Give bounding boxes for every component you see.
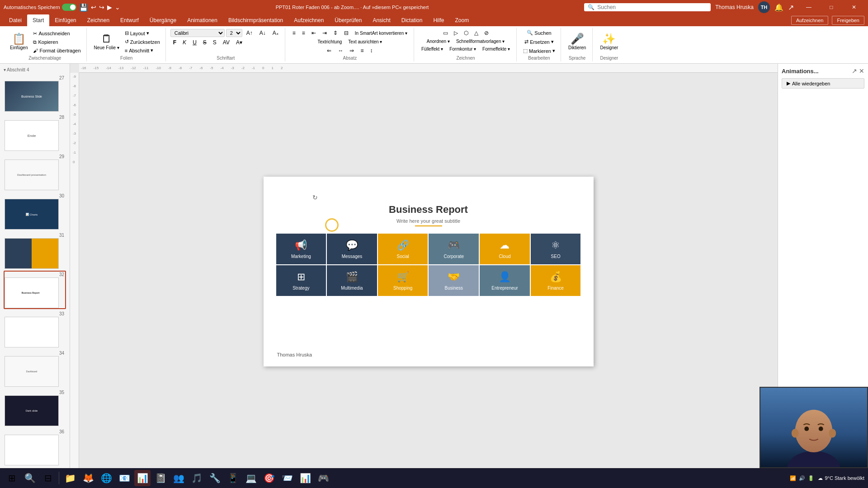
justify-btn[interactable]: ≡ bbox=[358, 47, 366, 55]
spacing-button[interactable]: AV bbox=[220, 38, 232, 47]
maximize-button[interactable]: □ bbox=[821, 0, 842, 14]
neue-folie-button[interactable]: 🗒 Neue Folie ▾ bbox=[91, 32, 122, 52]
toolbar-more-icon[interactable]: ⌄ bbox=[115, 4, 120, 11]
taskbar-app4[interactable]: 💻 bbox=[243, 470, 259, 486]
line-spacing-btn[interactable]: ↕ bbox=[367, 47, 375, 55]
taskbar-app3[interactable]: 📱 bbox=[225, 470, 241, 486]
suchen-button[interactable]: 🔍 Suchen bbox=[525, 29, 553, 37]
grid-item-social[interactable]: 🔗 Social bbox=[378, 234, 428, 264]
taskbar-outlook[interactable]: 📧 bbox=[116, 470, 132, 486]
autosave-toggle[interactable]: Automatisches Speichern bbox=[4, 4, 76, 11]
indent-increase-btn[interactable]: ⇥ bbox=[320, 29, 330, 37]
formkontur-btn[interactable]: Formkontur ▾ bbox=[447, 46, 479, 52]
italic-button[interactable]: K bbox=[180, 38, 189, 47]
einfuegen-button[interactable]: 📋 Einfügen bbox=[7, 32, 30, 52]
slide-thumb-33[interactable]: 33 bbox=[4, 310, 66, 348]
tab-entwurf[interactable]: Entwurf bbox=[115, 14, 144, 26]
tray-sound[interactable]: 🔊 bbox=[799, 475, 805, 481]
autosave-switch[interactable] bbox=[62, 4, 76, 11]
toolbar-undo-icon[interactable]: ↩ bbox=[91, 4, 96, 11]
align-center-btn[interactable]: ↔ bbox=[335, 47, 346, 55]
kopieren-button[interactable]: ⧉ Kopieren bbox=[31, 38, 82, 46]
abschnitt-button[interactable]: ≡ Abschnitt ▾ bbox=[123, 47, 162, 54]
taskbar-teams[interactable]: 👥 bbox=[170, 470, 187, 486]
font-increase-btn[interactable]: A↑ bbox=[244, 29, 255, 37]
panel-close-btn[interactable]: ✕ bbox=[859, 67, 864, 75]
font-family-select[interactable]: Calibri bbox=[170, 29, 225, 37]
toolbar-present-icon[interactable]: ▶ bbox=[107, 4, 112, 11]
taskbar-powerpoint[interactable]: 📊 bbox=[134, 470, 151, 486]
slide-thumb-36[interactable]: 36 bbox=[4, 428, 66, 466]
arrange-btn[interactable]: Anordnen ▾ bbox=[424, 38, 453, 45]
rotate-handle[interactable]: ↻ bbox=[312, 194, 318, 201]
schnellformat-btn[interactable]: Schnellformatvorlagen ▾ bbox=[453, 38, 507, 45]
tab-einfuegen[interactable]: Einfügen bbox=[49, 14, 81, 26]
toolbar-redo-icon[interactable]: ↪ bbox=[99, 4, 104, 11]
slide-thumb-35[interactable]: 35 Dark slide bbox=[4, 389, 66, 427]
slide-thumb-30[interactable]: 30 📊 Charts bbox=[4, 192, 66, 230]
taskbar-chrome[interactable]: 🌐 bbox=[98, 470, 114, 486]
taskbar-app5[interactable]: 🎯 bbox=[261, 470, 277, 486]
aufzeichnen-button[interactable]: Aufzeichnen bbox=[791, 16, 829, 25]
slide-thumb-34[interactable]: 34 Dashboard bbox=[4, 349, 66, 388]
user-avatar[interactable]: TH bbox=[758, 1, 770, 13]
search-input[interactable] bbox=[597, 4, 697, 10]
taskbar-excel[interactable]: 📊 bbox=[297, 470, 313, 486]
search-box[interactable]: 🔍 bbox=[584, 3, 711, 11]
grid-item-strategy[interactable]: ⊞ Strategy bbox=[276, 265, 326, 296]
slide-thumb-31[interactable]: 31 bbox=[4, 231, 66, 270]
tab-dictation[interactable]: Dictation bbox=[396, 14, 428, 26]
format-button[interactable]: 🖌 Format übertragen bbox=[31, 47, 82, 54]
tab-ueberpruefen[interactable]: Überprüfen bbox=[329, 14, 367, 26]
shape-btn-1[interactable]: ▭ bbox=[440, 29, 451, 37]
grid-item-finance[interactable]: 💰 Finance bbox=[531, 265, 581, 296]
diktieren-button[interactable]: 🎤 Diktieren bbox=[566, 32, 589, 52]
text-direction-btn[interactable]: ⇕ bbox=[330, 29, 340, 37]
grid-item-multimedia[interactable]: 🎬 Multimedia bbox=[327, 265, 377, 296]
tab-aufzeichnen[interactable]: Aufzeichnen bbox=[288, 14, 329, 26]
weather-widget[interactable]: ☁ 9°C Stark bewölkt bbox=[818, 475, 864, 481]
text-frame-btn[interactable]: Textrichtung bbox=[315, 38, 344, 45]
markieren-button[interactable]: ⬚ Markieren ▾ bbox=[521, 47, 557, 55]
tab-praesentation[interactable]: Bildschirmpräsentation bbox=[223, 14, 288, 26]
freigeben-button[interactable]: Freigeben bbox=[832, 16, 864, 25]
slide-thumb-27[interactable]: 27 Business Slide bbox=[4, 74, 66, 113]
tab-animationen[interactable]: Animationen bbox=[182, 14, 223, 26]
taskbar-app7[interactable]: 🎮 bbox=[315, 470, 331, 486]
slide-thumb-29[interactable]: 29 Dashboard presentation bbox=[4, 153, 66, 191]
slide-title[interactable]: Business Report bbox=[264, 204, 594, 216]
underline-button[interactable]: U bbox=[190, 38, 199, 47]
tab-start[interactable]: Start bbox=[27, 14, 49, 26]
collapse-icon[interactable]: ▾ bbox=[4, 67, 6, 72]
grid-item-cloud[interactable]: ☁ Cloud bbox=[480, 234, 530, 264]
tab-uebergaenge[interactable]: Übergänge bbox=[144, 14, 182, 26]
start-button[interactable]: ⊞ bbox=[4, 470, 20, 486]
grid-item-shopping[interactable]: 🛒 Shopping bbox=[378, 265, 428, 296]
tab-zeichnen[interactable]: Zeichnen bbox=[82, 14, 115, 26]
minimize-button[interactable]: — bbox=[798, 0, 819, 14]
list-number-btn[interactable]: ≡ bbox=[299, 29, 308, 37]
notification-icon[interactable]: 🔔 bbox=[774, 3, 783, 12]
font-decrease-btn[interactable]: A↓ bbox=[257, 29, 269, 37]
shape-btn-5[interactable]: ⊘ bbox=[481, 29, 491, 37]
taskbar-onenote[interactable]: 📓 bbox=[152, 470, 169, 486]
grid-item-entrepreneur[interactable]: 👤 Entrepreneur bbox=[480, 265, 530, 296]
taskbar-firefox[interactable]: 🦊 bbox=[80, 470, 96, 486]
fontcolor-button[interactable]: A▾ bbox=[233, 38, 245, 47]
align-left-btn[interactable]: ⇐ bbox=[324, 47, 334, 55]
grid-item-business[interactable]: 🤝 Business bbox=[429, 265, 479, 296]
layout-button[interactable]: ⊟ Layout ▾ bbox=[123, 29, 162, 37]
tray-battery[interactable]: 🔋 bbox=[808, 475, 814, 481]
zuruecksetzen-button[interactable]: ↺ Zurücksetzen bbox=[123, 38, 162, 46]
close-button[interactable]: ✕ bbox=[844, 0, 864, 14]
tab-zoom[interactable]: Zoom bbox=[449, 14, 474, 26]
search-taskbar[interactable]: 🔍 bbox=[22, 470, 38, 486]
smartart-btn[interactable]: In SmartArt konvertieren ▾ bbox=[352, 29, 410, 37]
font-size-select[interactable]: 24 bbox=[226, 29, 242, 37]
strikethrough-button[interactable]: S bbox=[200, 38, 209, 47]
taskbar-app2[interactable]: 🔧 bbox=[207, 470, 223, 486]
shape-btn-3[interactable]: ⬡ bbox=[461, 29, 471, 37]
indent-decrease-btn[interactable]: ⇤ bbox=[309, 29, 319, 37]
shape-btn-2[interactable]: ▷ bbox=[451, 29, 461, 37]
tab-datei[interactable]: Datei bbox=[4, 14, 27, 26]
